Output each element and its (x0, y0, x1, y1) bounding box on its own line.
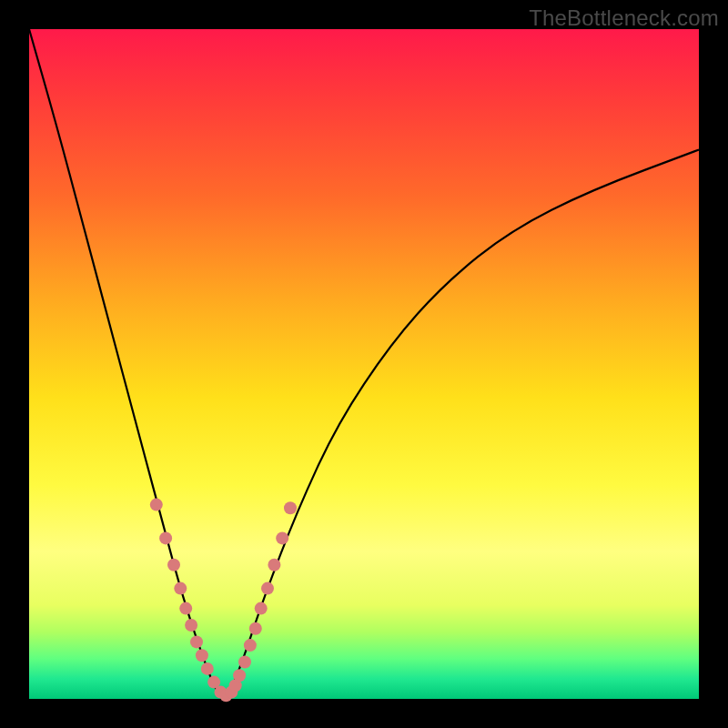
marker-dot (174, 582, 187, 595)
chart-frame: TheBottleneck.com (0, 0, 728, 728)
plot-area (29, 29, 699, 699)
marker-dot (159, 531, 172, 544)
marker-dot (244, 639, 257, 652)
marker-group (150, 499, 297, 703)
watermark-text: TheBottleneck.com (529, 5, 719, 31)
bottleneck-curve (29, 29, 699, 697)
marker-dot (190, 635, 203, 648)
marker-dot (179, 602, 192, 615)
marker-dot (284, 501, 297, 514)
marker-dot (196, 649, 208, 662)
marker-dot (167, 559, 180, 571)
marker-dot (185, 619, 197, 632)
marker-dot (233, 669, 246, 682)
marker-dot (255, 602, 268, 615)
marker-dot (249, 622, 262, 635)
marker-dot (201, 662, 214, 675)
chart-svg (29, 29, 699, 699)
marker-dot (238, 656, 251, 669)
marker-dot (276, 531, 288, 544)
marker-dot (261, 582, 274, 595)
marker-dot (150, 499, 163, 511)
marker-dot (268, 559, 280, 571)
